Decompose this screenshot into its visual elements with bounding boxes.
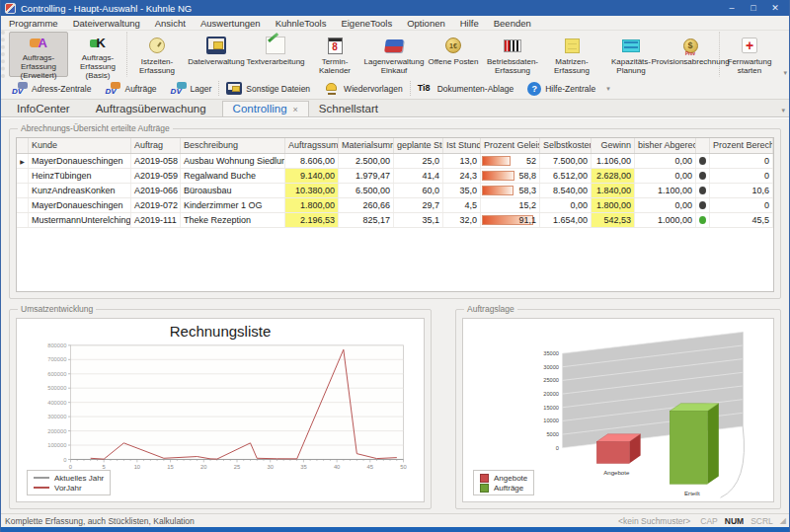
- menu-item[interactable]: Hilfe: [460, 18, 479, 29]
- cell-auftragssumme: 1.800,00: [285, 198, 339, 212]
- ribbon-large-button[interactable]: Offene Posten: [424, 32, 483, 77]
- order-entry-extended-icon: [29, 35, 48, 52]
- ribbon-large-button[interactable]: Fernwartung starten: [720, 32, 779, 77]
- ribbon-button-label: Matrizen-Erfassung: [544, 57, 599, 75]
- ribbon-large-button[interactable]: Auftrags-Erfassung (Erweitert): [9, 32, 68, 77]
- ribbon-large-button[interactable]: Provisionsabrechnung: [661, 32, 720, 77]
- menu-item[interactable]: KuhnleTools: [276, 18, 327, 29]
- ribbon-large-button[interactable]: Matrizen-Erfassung: [542, 32, 601, 77]
- svg-text:0: 0: [556, 445, 559, 451]
- ribbon-large-button[interactable]: Betriebsdaten-Erfassung: [483, 32, 542, 77]
- ribbon-large-button[interactable]: Textverarbeitung: [246, 32, 305, 77]
- ribbon-overflow-arrow[interactable]: ▾: [783, 69, 787, 77]
- svg-text:Angebote: Angebote: [603, 469, 630, 476]
- ribbon-large-button[interactable]: Istzeiten-Erfassung: [127, 32, 187, 77]
- menu-item[interactable]: Programme: [9, 18, 58, 29]
- capacity-icon: [622, 39, 640, 52]
- ribbon-row2-overflow-arrow[interactable]: ▾: [606, 85, 610, 93]
- cell-geplante-stunden: 25,0: [394, 154, 443, 168]
- col-auftrag[interactable]: Auftrag: [131, 138, 181, 153]
- svg-text:25000: 25000: [543, 377, 559, 383]
- app-icon: [5, 3, 16, 14]
- ribbon-small-button[interactable]: Aufträge: [98, 81, 163, 96]
- orders-group-title: Abrechnungs-Übersicht erteilte Aufträge: [18, 123, 173, 133]
- minimize-button[interactable]: –: [722, 3, 742, 13]
- svg-text:30000: 30000: [543, 364, 559, 370]
- ribbon-button-label: Auftrags-Erfassung (Erweitert): [11, 53, 66, 81]
- cell-auftrag: A2019-058: [131, 154, 181, 168]
- cell-gewinn: 1.840,00: [592, 184, 635, 197]
- order-entry-basic-icon: [88, 35, 108, 52]
- table-row[interactable]: ▶ HeinzTübingen A2019-059 Regalwand Buch…: [17, 169, 773, 184]
- cell-gewinn: 1.800,00: [592, 198, 635, 212]
- menu-item[interactable]: Dateiverwaltung: [73, 18, 140, 29]
- svg-text:100000: 100000: [47, 442, 66, 448]
- close-button[interactable]: ✕: [765, 3, 785, 13]
- col-geplante-stunden[interactable]: geplante Stunden: [394, 138, 443, 153]
- progress-bar: [482, 156, 511, 166]
- ribbon-large-button[interactable]: Termin-Kalender: [305, 32, 364, 77]
- col-ist-stunden[interactable]: Ist Stunden: [443, 138, 481, 153]
- col-beschreibung[interactable]: Beschreibung: [181, 138, 285, 153]
- menu-item[interactable]: EigeneTools: [341, 18, 392, 29]
- cell-materialsumme: 1.979,47: [339, 169, 394, 183]
- help-circle-icon: [527, 82, 541, 96]
- cell-ist-stunden: 24,3: [443, 169, 481, 183]
- tab[interactable]: Controlling×: [222, 101, 309, 116]
- menu-bar: ProgrammeDateiverwaltungAnsichtAuswertun…: [1, 16, 789, 31]
- ribbon-small-button[interactable]: Dokumenten-Ablage: [411, 81, 521, 96]
- menu-item[interactable]: Ansicht: [155, 18, 186, 29]
- cell-auftragssumme: 2.196,53: [285, 213, 339, 227]
- ribbon-button-label: Adress-Zentrale: [32, 84, 91, 94]
- cell-bisher-abgerechnet: 0,00: [635, 154, 696, 168]
- menu-item[interactable]: Auswertungen: [200, 18, 261, 29]
- resize-grip-icon[interactable]: ◢: [780, 516, 785, 525]
- ribbon-large-button[interactable]: Auftrags-Erfassung (Basis): [68, 32, 127, 77]
- col-prozent-berechnet[interactable]: Prozent Berechnet: [710, 138, 773, 153]
- legend-entry: Aufträge: [480, 483, 527, 493]
- ribbon-small-button[interactable]: Hilfe-Zentrale: [520, 81, 602, 97]
- col-gewinn[interactable]: Gewinn: [592, 138, 635, 153]
- legend-line-swatch: [34, 487, 49, 489]
- cell-materialsumme: 2.500,00: [339, 154, 394, 168]
- dv-stock-icon: [171, 82, 187, 95]
- status-dot: [699, 157, 706, 165]
- tab[interactable]: InfoCenter: [7, 102, 86, 116]
- col-auftragssumme[interactable]: Auftragssumme: [285, 138, 339, 153]
- ribbon-large-button[interactable]: Dateiverwaltung: [187, 32, 246, 77]
- ribbon-row-2: Adress-Zentrale Aufträge Lager Sonstige …: [1, 78, 789, 100]
- cell-auftrag: A2019-059: [131, 169, 181, 183]
- tab-close-icon[interactable]: ×: [293, 105, 298, 114]
- cell-selbstkosten: 6.512,00: [540, 169, 592, 183]
- tab-overflow-arrow[interactable]: ▾: [781, 107, 785, 114]
- col-materialsumme[interactable]: Materialsumme: [339, 138, 394, 153]
- table-row[interactable]: ▶ KunzAndreasKonken A2019-066 Büroausbau…: [17, 184, 773, 198]
- reminder-lamp-icon: [324, 82, 340, 95]
- table-row[interactable]: ▶ MustermannUnterelchingen A2019-111 The…: [17, 213, 773, 228]
- ribbon-large-button[interactable]: Lagenverwaltung Einkauf: [364, 32, 424, 77]
- ribbon-large-button[interactable]: Kapazitäts-Planung: [601, 32, 661, 77]
- col-prozent-geleistet[interactable]: Prozent Geleistet: [481, 138, 540, 153]
- svg-text:30: 30: [267, 464, 273, 470]
- ribbon-small-button[interactable]: Lager: [164, 81, 220, 96]
- ribbon-small-button[interactable]: Adress-Zentrale: [5, 81, 98, 96]
- legend-entry: Aktuelles Jahr: [34, 473, 104, 483]
- col-bisher-abgerechnet[interactable]: bisher Abgerechnet: [635, 138, 696, 153]
- menu-item[interactable]: Beenden: [494, 18, 531, 29]
- tab[interactable]: Schnellstart: [309, 102, 394, 116]
- ribbon-small-button[interactable]: Sonstige Dateien: [219, 81, 317, 96]
- cell-ist-stunden: 32,0: [443, 213, 481, 227]
- tab[interactable]: Auftragsüberwachung: [86, 102, 222, 116]
- status-dot: [699, 216, 706, 224]
- ribbon-small-button[interactable]: Wiedervorlagen: [317, 81, 411, 96]
- col-selbstkosten[interactable]: Selbstkosten: [540, 138, 592, 153]
- svg-text:15: 15: [167, 464, 173, 470]
- status-text: Komplette Erfassung, auch Stücklisten, K…: [5, 516, 618, 526]
- red-cross-icon: [742, 38, 757, 53]
- menu-item[interactable]: Optionen: [407, 18, 445, 29]
- maximize-button[interactable]: □: [744, 3, 763, 13]
- table-row[interactable]: ▶ MayerDonaueschingen A2019-058 Ausbau W…: [17, 154, 773, 169]
- table-row[interactable]: ▶ MayerDonaueschingen A2019-072 Kinderzi…: [17, 198, 773, 213]
- cell-materialsumme: 6.500,00: [339, 184, 394, 197]
- col-kunde[interactable]: Kunde: [29, 138, 131, 153]
